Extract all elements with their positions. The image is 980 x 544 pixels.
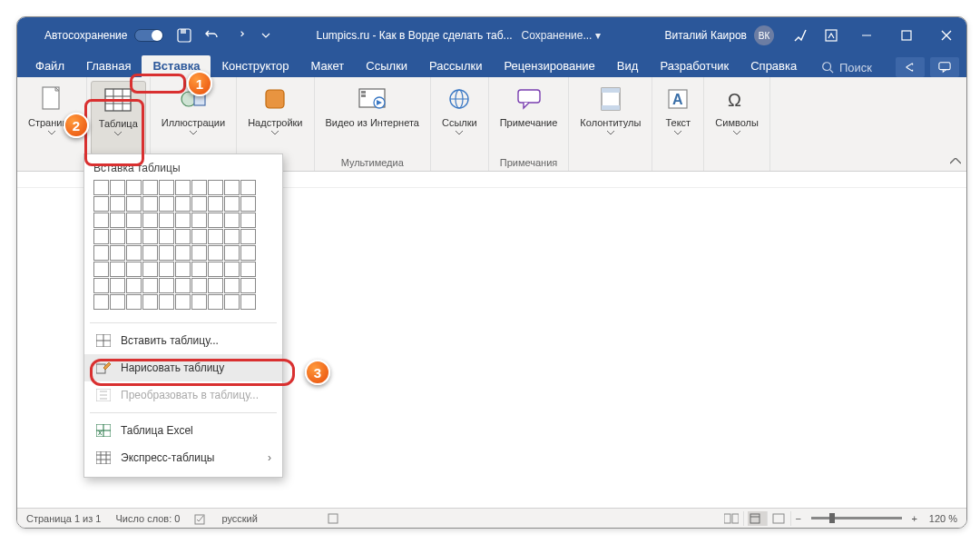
save-icon[interactable] <box>176 27 192 44</box>
grid-cell[interactable] <box>191 213 207 228</box>
grid-cell[interactable] <box>142 229 158 244</box>
grid-cell[interactable] <box>240 245 256 261</box>
grid-cell[interactable] <box>208 278 223 293</box>
headerfooter-button[interactable]: Колонтитулы <box>573 81 648 155</box>
addins-button[interactable]: Надстройки <box>240 81 309 155</box>
grid-cell[interactable] <box>93 180 109 195</box>
saving-status[interactable]: Сохранение... ▾ <box>522 29 601 42</box>
quick-tables-item[interactable]: Экспресс-таблицы › <box>84 444 282 471</box>
grid-cell[interactable] <box>191 180 207 195</box>
grid-cell[interactable] <box>175 262 191 277</box>
print-layout-icon[interactable] <box>748 511 768 526</box>
grid-cell[interactable] <box>208 262 223 277</box>
grid-cell[interactable] <box>93 213 109 228</box>
grid-cell[interactable] <box>208 294 223 310</box>
close-button[interactable] <box>926 17 966 54</box>
links-button[interactable]: Ссылки <box>435 81 485 155</box>
table-size-grid[interactable] <box>84 180 282 319</box>
grid-cell[interactable] <box>159 262 174 277</box>
read-mode-icon[interactable] <box>724 511 744 526</box>
grid-cell[interactable] <box>175 245 191 261</box>
grid-cell[interactable] <box>93 262 109 277</box>
grid-cell[interactable] <box>208 213 223 228</box>
grid-cell[interactable] <box>208 245 223 261</box>
grid-cell[interactable] <box>142 262 158 277</box>
share-button[interactable] <box>896 57 925 77</box>
grid-cell[interactable] <box>159 294 174 310</box>
grid-cell[interactable] <box>159 180 174 195</box>
grid-cell[interactable] <box>240 180 256 195</box>
grid-cell[interactable] <box>110 229 125 244</box>
undo-icon[interactable] <box>203 27 220 44</box>
tab-references[interactable]: Ссылки <box>355 55 418 77</box>
grid-cell[interactable] <box>110 294 125 310</box>
insert-table-item[interactable]: Вставить таблицу... <box>84 327 282 354</box>
grid-cell[interactable] <box>208 229 223 244</box>
maximize-button[interactable] <box>887 17 926 54</box>
grid-cell[interactable] <box>191 229 207 244</box>
grid-cell[interactable] <box>240 229 256 244</box>
grid-cell[interactable] <box>240 278 256 293</box>
grid-cell[interactable] <box>142 213 158 228</box>
tab-mailings[interactable]: Рассылки <box>418 55 493 77</box>
comment-button[interactable]: Примечание <box>493 81 565 155</box>
grid-cell[interactable] <box>93 278 109 293</box>
grid-cell[interactable] <box>142 180 158 195</box>
draw-mode-icon[interactable] <box>790 25 810 45</box>
grid-cell[interactable] <box>110 213 125 228</box>
proofing-icon[interactable] <box>194 512 207 525</box>
grid-cell[interactable] <box>240 294 256 310</box>
grid-cell[interactable] <box>224 180 240 195</box>
zoom-level[interactable]: 120 % <box>929 513 957 524</box>
search-box[interactable]: Поиск <box>821 61 872 74</box>
table-button[interactable]: Таблица <box>91 81 146 155</box>
grid-cell[interactable] <box>175 180 191 195</box>
grid-cell[interactable] <box>126 245 142 261</box>
grid-cell[interactable] <box>224 245 240 261</box>
zoom-in-button[interactable]: + <box>909 513 920 524</box>
tab-layout[interactable]: Макет <box>300 55 356 77</box>
tab-review[interactable]: Рецензирование <box>493 55 605 77</box>
grid-cell[interactable] <box>191 262 207 277</box>
grid-cell[interactable] <box>224 229 240 244</box>
draw-table-item[interactable]: Нарисовать таблицу <box>84 354 282 381</box>
grid-cell[interactable] <box>126 278 142 293</box>
word-count[interactable]: Число слов: 0 <box>115 513 180 524</box>
grid-cell[interactable] <box>224 278 240 293</box>
grid-cell[interactable] <box>93 229 109 244</box>
grid-cell[interactable] <box>126 196 142 212</box>
qat-more-icon[interactable] <box>258 27 274 44</box>
grid-cell[interactable] <box>126 213 142 228</box>
grid-cell[interactable] <box>93 245 109 261</box>
grid-cell[interactable] <box>110 196 125 212</box>
grid-cell[interactable] <box>159 245 174 261</box>
redo-icon[interactable] <box>230 27 247 44</box>
grid-cell[interactable] <box>159 229 174 244</box>
grid-cell[interactable] <box>175 213 191 228</box>
grid-cell[interactable] <box>126 229 142 244</box>
grid-cell[interactable] <box>175 229 191 244</box>
grid-cell[interactable] <box>175 294 191 310</box>
zoom-out-button[interactable]: − <box>793 513 804 524</box>
ribbon-options-icon[interactable] <box>821 25 841 45</box>
user-name[interactable]: Виталий Каиров <box>664 29 747 42</box>
grid-cell[interactable] <box>208 180 223 195</box>
web-layout-icon[interactable] <box>771 511 791 526</box>
grid-cell[interactable] <box>208 196 223 212</box>
online-video-button[interactable]: Видео из Интернета <box>318 81 426 155</box>
symbols-button[interactable]: Ω Символы <box>708 81 766 155</box>
tab-design[interactable]: Конструктор <box>211 55 299 77</box>
grid-cell[interactable] <box>126 294 142 310</box>
tab-home[interactable]: Главная <box>75 55 142 77</box>
grid-cell[interactable] <box>191 196 207 212</box>
tab-help[interactable]: Справка <box>740 55 808 77</box>
grid-cell[interactable] <box>175 196 191 212</box>
grid-cell[interactable] <box>159 213 174 228</box>
grid-cell[interactable] <box>224 213 240 228</box>
minimize-button[interactable] <box>847 17 887 54</box>
tab-file[interactable]: Файл <box>24 55 75 77</box>
avatar[interactable]: ВК <box>754 25 774 45</box>
autosave-toggle[interactable] <box>134 29 163 42</box>
excel-table-item[interactable]: x Таблица Excel <box>84 417 282 444</box>
grid-cell[interactable] <box>110 278 125 293</box>
